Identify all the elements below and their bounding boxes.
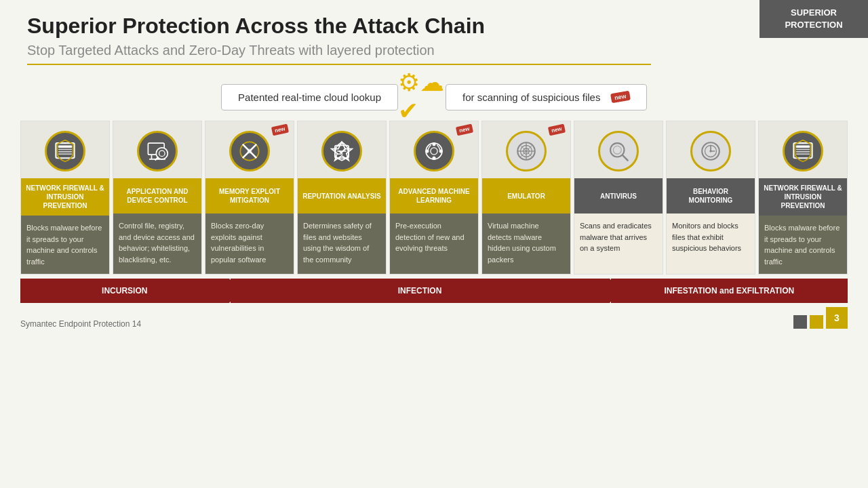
- col-label-emulator: EMULATOR: [482, 178, 570, 214]
- footer-text: Symantec Endpoint Protection 14: [20, 319, 141, 329]
- col-icon-area-network-fw-1: [21, 121, 109, 178]
- col-label-network-fw-1: NETWORK FIREWALL & INTRUSION PREVENTION: [21, 178, 109, 216]
- infestation-section: INFESTATION and EXFILTRATION: [611, 279, 848, 303]
- footer-square-gold: [810, 315, 823, 329]
- superior-protection-badge: SUPERIOR PROTECTION: [760, 0, 868, 38]
- col-antivirus: ANTIVIRUS Scans and eradicates malware t…: [574, 121, 663, 274]
- col-icon-area-behavior-monitor: [667, 121, 755, 178]
- col-desc-app-device: Control file, registry, and device acces…: [113, 214, 201, 274]
- col-desc-memory-exploit: Blocks zero-day exploits against vulnera…: [205, 214, 294, 274]
- col-label-advanced-ml: ADVANCED MACHINE LEARNING: [390, 178, 478, 214]
- incursion-label: INCURSION: [102, 286, 147, 296]
- col-advanced-ml: new ADVANCED MACHINE LEARNING Pre-execut…: [389, 121, 479, 274]
- svg-rect-4: [58, 153, 72, 155]
- page-number: 3: [826, 307, 848, 329]
- col-icon-area-app-device: [113, 121, 201, 178]
- col-icon-area-memory-exploit: new: [205, 121, 294, 178]
- svg-rect-38: [796, 151, 810, 152]
- main-title: Superior Protection Across the Attack Ch…: [27, 14, 841, 39]
- col-icon-area-network-fw-2: [759, 121, 847, 178]
- header: Superior Protection Across the Attack Ch…: [0, 0, 868, 72]
- svg-rect-1: [58, 146, 72, 148]
- col-icon-emulator: [506, 131, 547, 171]
- infection-arrow: [610, 279, 620, 303]
- col-desc-reputation: Determines safety of files and websites …: [298, 214, 386, 274]
- cloud-right-box: for scanning of suspicious files new: [446, 84, 647, 110]
- col-desc-antivirus: Scans and eradicates malware that arrive…: [574, 214, 663, 274]
- svg-rect-3: [58, 151, 72, 152]
- svg-rect-0: [56, 143, 74, 158]
- col-behavior-monitor: BEHAVIOR MONITORING Monitors and blocks …: [666, 121, 755, 274]
- col-icon-network-fw-1: [45, 131, 85, 171]
- col-icon-network-fw-2: [783, 131, 823, 171]
- new-badge-advanced-ml: new: [456, 124, 473, 136]
- col-desc-behavior-monitor: Monitors and blocks files that exhibit s…: [667, 214, 755, 274]
- cloud-left-text: Patented real-time cloud lookup: [238, 92, 381, 103]
- col-label-memory-exploit: MEMORY EXPLOIT MITIGATION: [205, 178, 294, 214]
- col-desc-network-fw-1: Blocks malware before it spreads to your…: [21, 216, 109, 274]
- svg-rect-37: [796, 149, 810, 150]
- col-icon-behavior-monitor: [690, 131, 731, 171]
- svg-point-17: [432, 157, 435, 160]
- new-badge-emulator: new: [548, 124, 566, 136]
- col-icon-reputation: [321, 131, 362, 171]
- cloud-right-text: for scanning of suspicious files: [462, 92, 600, 103]
- infestation-label: INFESTATION and EXFILTRATION: [664, 286, 794, 296]
- col-memory-exploit: new MEMORY EXPLOIT MITIGATION Blocks zer…: [205, 121, 294, 274]
- new-badge-memory-exploit: new: [271, 124, 289, 136]
- cloud-bar: Patented real-time cloud lookup ⚙☁✔ for …: [27, 80, 841, 114]
- col-desc-advanced-ml: Pre-execution detection of new and evolv…: [390, 214, 478, 274]
- col-label-reputation: REPUTATION ANALYSIS: [298, 178, 386, 214]
- badge-line1: SUPERIOR: [791, 7, 837, 18]
- col-icon-area-emulator: new: [482, 121, 570, 178]
- col-emulator: new EMULATOR Virtual machine detects mal…: [481, 121, 571, 274]
- col-network-fw-2: NETWORK FIREWALL & INTRUSION PREVENTION …: [758, 121, 848, 274]
- svg-point-12: [248, 149, 252, 154]
- col-icon-memory-exploit: [229, 131, 270, 171]
- subtitle: Stop Targeted Attacks and Zero-Day Threa…: [27, 43, 651, 65]
- col-icon-area-reputation: [298, 121, 386, 178]
- new-badge-cloud: new: [610, 91, 631, 104]
- columns-container: NETWORK FIREWALL & INTRUSION PREVENTION …: [0, 121, 868, 274]
- col-icon-app-device: [137, 131, 178, 171]
- cloud-icon-area: ⚙☁✔: [398, 80, 446, 114]
- infection-label: INFECTION: [398, 286, 442, 296]
- footer: Symantec Endpoint Protection 14 3: [0, 303, 868, 333]
- incursion-section: INCURSION: [20, 279, 229, 303]
- bottom-attack-bar: INCURSION INFECTION INFESTATION and EXFI…: [20, 279, 848, 303]
- col-desc-emulator: Virtual machine detects malware hidden u…: [482, 214, 570, 274]
- col-icon-area-antivirus: [574, 121, 663, 178]
- col-label-behavior-monitor: BEHAVIOR MONITORING: [667, 178, 755, 214]
- col-icon-antivirus: [598, 131, 639, 171]
- col-label-network-fw-2: NETWORK FIREWALL & INTRUSION PREVENTION: [759, 178, 847, 216]
- svg-rect-2: [58, 149, 72, 150]
- col-icon-advanced-ml: [414, 131, 454, 171]
- cloud-gear-icon: ⚙☁✔: [398, 68, 446, 125]
- svg-rect-36: [796, 146, 810, 148]
- col-network-fw-1: NETWORK FIREWALL & INTRUSION PREVENTION …: [20, 121, 110, 274]
- infection-section: INFECTION: [231, 279, 610, 303]
- svg-rect-35: [793, 143, 812, 158]
- col-app-device: APPLICATION AND DEVICE CONTROL Control f…: [113, 121, 202, 274]
- footer-right: 3: [793, 307, 848, 329]
- badge-line2: PROTECTION: [785, 20, 842, 30]
- col-desc-network-fw-2: Blocks malware before it spreads to your…: [759, 216, 847, 274]
- svg-point-16: [432, 142, 435, 146]
- svg-line-28: [623, 155, 628, 161]
- svg-point-29: [613, 146, 621, 154]
- incursion-arrow: [229, 279, 240, 303]
- cloud-lookup-box: Patented real-time cloud lookup: [221, 84, 398, 110]
- col-label-antivirus: ANTIVIRUS: [574, 178, 663, 214]
- col-label-app-device: APPLICATION AND DEVICE CONTROL: [113, 178, 201, 214]
- svg-rect-39: [796, 153, 810, 155]
- footer-square-dark: [793, 315, 807, 329]
- col-reputation: REPUTATION ANALYSIS Determines safety of…: [297, 121, 387, 274]
- svg-point-15: [431, 148, 437, 155]
- col-icon-area-advanced-ml: new: [390, 121, 478, 178]
